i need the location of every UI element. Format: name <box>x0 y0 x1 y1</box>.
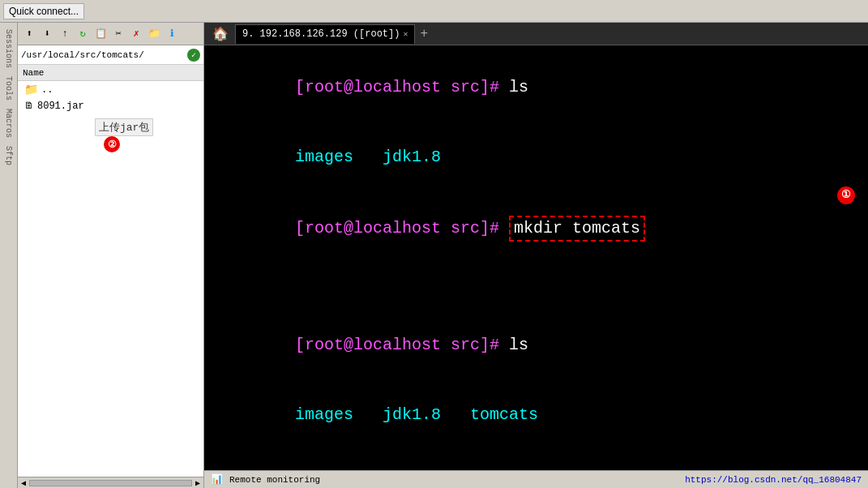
status-bar: 📊 Remote monitoring https://blog.csdn.ne… <box>204 470 868 488</box>
status-url[interactable]: https://blog.csdn.net/qq_16804847 <box>685 475 862 485</box>
status-text: Remote monitoring <box>229 475 320 485</box>
active-tab[interactable]: 9. 192.168.126.129 ([root]) ✕ <box>235 24 415 44</box>
bottom-scroll: ◀ ▶ <box>18 477 203 488</box>
terminal-line: [root@localhost src]# cd tomcats/ <box>217 451 855 470</box>
path-ok-icon: ✓ <box>187 49 200 62</box>
file-column-name: Name <box>23 68 44 78</box>
toolbar-btn-new-folder[interactable]: 📁 <box>146 26 162 42</box>
list-item[interactable]: 📁 .. <box>18 81 203 98</box>
toolbar-btn-refresh[interactable]: ↻ <box>75 26 91 42</box>
terminal: [root@localhost src]# ls images jdk1.8 [… <box>204 45 868 470</box>
right-panel: 🏠 9. 192.168.126.129 ([root]) ✕ + [root@… <box>204 23 868 488</box>
terminal-prompt: [root@localhost src]# <box>295 78 499 96</box>
toolbar-btn-delete[interactable]: ✗ <box>128 26 144 42</box>
main-layout: Sessions Tools Macros Sftp ⬆ ⬇ ↑ ↻ 📋 ✂ ✗… <box>0 23 868 488</box>
left-panel: ⬆ ⬇ ↑ ↻ 📋 ✂ ✗ 📁 ℹ /usr/local/src/tomcats… <box>18 23 204 488</box>
folder-icon: 📁 <box>24 83 38 96</box>
toolbar-btn-info[interactable]: ℹ <box>164 26 180 42</box>
scroll-left-arrow[interactable]: ◀ <box>19 478 28 488</box>
side-icons: Sessions Tools Macros Sftp <box>0 23 18 488</box>
toolbar-btn-copy[interactable]: 📋 <box>92 26 109 42</box>
quick-connect-button[interactable]: Quick connect... <box>3 3 84 19</box>
terminal-line: [root@localhost src]# ls <box>217 311 855 379</box>
toolbar-btn-cut[interactable]: ✂ <box>110 26 126 42</box>
scroll-right-arrow[interactable]: ▶ <box>194 478 202 488</box>
tab-add-icon[interactable]: + <box>417 27 431 41</box>
home-tab-icon[interactable]: 🏠 <box>207 26 233 42</box>
sidebar-item-tools[interactable]: Tools <box>2 73 15 104</box>
terminal-line: images jdk1.8 tomcats <box>217 381 855 449</box>
terminal-line: images jdk1.8 <box>217 123 855 191</box>
tab-close-icon[interactable]: ✕ <box>403 29 408 39</box>
left-toolbar: ⬆ ⬇ ↑ ↻ 📋 ✂ ✗ 📁 ℹ <box>18 23 203 45</box>
terminal-line: [root@localhost src]# ls <box>217 54 855 122</box>
toolbar-btn-up[interactable]: ⬆ <box>21 26 37 42</box>
file-list: 📁 .. 🗎 8091.jar <box>18 81 203 477</box>
file-name: 8091.jar <box>37 101 84 112</box>
path-bar: /usr/local/src/tomcats/ ✓ <box>18 45 203 65</box>
file-header: Name <box>18 65 203 81</box>
status-icon: 📊 <box>211 473 223 486</box>
list-item[interactable]: 🗎 8091.jar <box>18 98 203 113</box>
path-text: /usr/local/src/tomcats/ <box>21 50 184 60</box>
tab-label: 9. 192.168.126.129 ([root]) <box>242 28 400 40</box>
toolbar-btn-down[interactable]: ⬇ <box>39 26 55 42</box>
sidebar-item-sftp[interactable]: Sftp <box>2 143 15 169</box>
sidebar-item-macros[interactable]: Macros <box>2 105 15 141</box>
top-bar: Quick connect... <box>0 0 868 23</box>
terminal-line: [root@localhost src]# mkdir tomcats ① <box>217 193 855 310</box>
scroll-track[interactable] <box>29 480 192 486</box>
terminal-prompt: [root@localhost src]# <box>295 336 499 354</box>
annotation-circle-1: ① <box>837 186 855 204</box>
tab-bar: 🏠 9. 192.168.126.129 ([root]) ✕ + <box>204 23 868 45</box>
sidebar-item-sessions[interactable]: Sessions <box>2 26 15 71</box>
toolbar-btn-upload[interactable]: ↑ <box>57 26 73 42</box>
file-name: .. <box>41 84 53 96</box>
terminal-prompt: [root@localhost src]# <box>295 219 499 238</box>
file-icon: 🗎 <box>24 100 34 112</box>
